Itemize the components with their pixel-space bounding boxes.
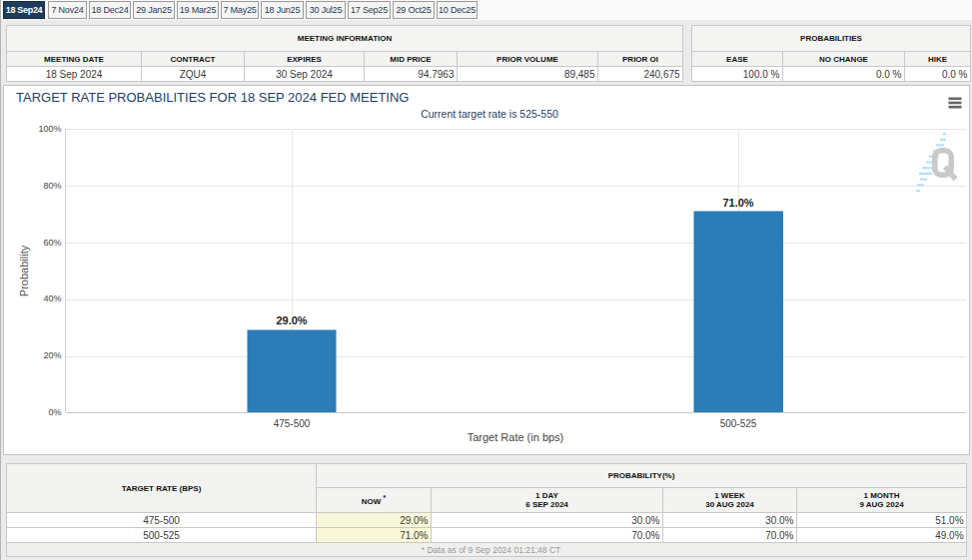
svg-text:80%: 80%	[43, 181, 61, 191]
svg-text:Probability: Probability	[18, 245, 30, 296]
svg-text:40%: 40%	[43, 293, 61, 303]
svg-text:Current target rate is 525-550: Current target rate is 525-550	[421, 108, 558, 120]
svg-text:71.0%: 71.0%	[722, 197, 753, 209]
svg-text:100%: 100%	[38, 124, 61, 134]
svg-text:475-500: 475-500	[274, 418, 311, 429]
svg-text:TARGET RATE PROBABILITIES FOR: TARGET RATE PROBABILITIES FOR 18 SEP 202…	[16, 90, 409, 105]
svg-text:500-525: 500-525	[720, 418, 757, 429]
svg-text:29.0%: 29.0%	[276, 314, 307, 326]
svg-text:0%: 0%	[48, 407, 61, 417]
svg-text:60%: 60%	[43, 238, 61, 248]
svg-text:Target Rate (in bps): Target Rate (in bps)	[468, 431, 564, 443]
svg-text:20%: 20%	[43, 350, 61, 360]
